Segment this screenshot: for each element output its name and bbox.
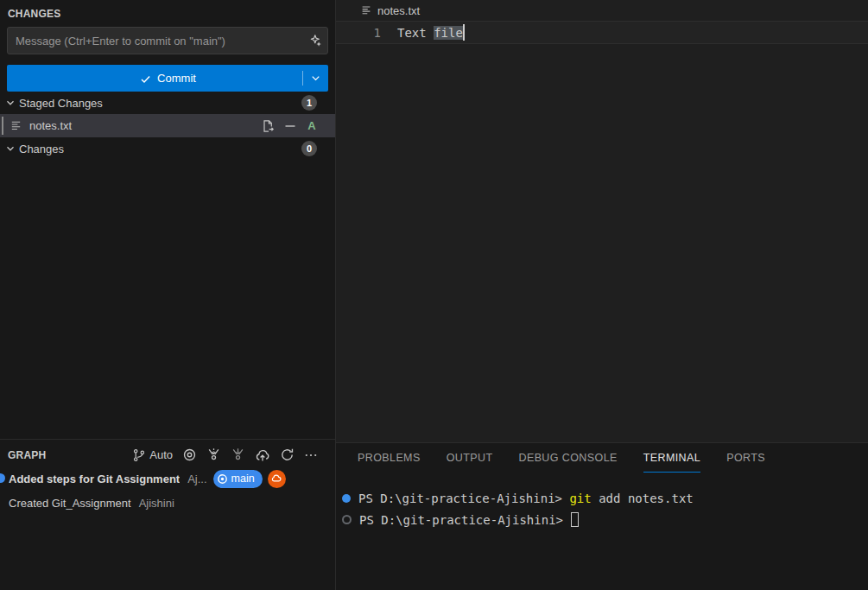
branch-ref-label: main [231,473,255,485]
staged-file-row[interactable]: notes.txt A [0,114,335,137]
source-control-sidebar: CHANGES Commit Staged C [0,0,336,590]
terminal-cursor [571,512,579,527]
line-number: 1 [336,26,397,40]
breadcrumb-file-name: notes.txt [377,4,420,17]
terminal-prompt: PS D:\git-practice-Ajishini> [359,513,570,527]
commit-dropdown-chevron-icon[interactable] [309,72,322,85]
terminal-command: git [569,492,591,505]
command-pending-icon[interactable] [342,515,352,524]
focus-indicator [2,117,3,135]
target-icon[interactable] [182,447,197,462]
staged-changes-label: Staged Changes [19,97,103,110]
chevron-down-icon [3,142,17,155]
check-icon [139,73,152,86]
unstage-changes-icon[interactable] [283,119,297,133]
terminal-line: PS D:\git-practice-Ajishini> [341,509,868,530]
branch-ref-badge[interactable]: main [213,470,263,488]
graph-header: GRAPH Auto [0,440,335,466]
git-status-added: A [306,119,318,132]
breadcrumb[interactable]: notes.txt [336,0,868,21]
staged-changes-section[interactable]: Staged Changes 1 [0,92,335,114]
outgoing-changes-badge[interactable] [268,470,286,488]
terminal-line: PS D:\git-practice-Ajishini> git add not… [341,487,868,509]
text-file-icon [10,119,22,132]
graph-toolbar: Auto [132,447,318,463]
commit-message: Added steps for Git Assignment [9,473,180,485]
git-branch-icon [132,448,146,462]
tab-problems[interactable]: PROBLEMS [358,443,421,473]
chevron-down-icon [3,96,17,110]
changes-view-title: CHANGES [0,0,335,26]
tab-terminal[interactable]: TERMINAL [643,443,700,473]
repository-picker-auto[interactable]: Auto [132,448,173,462]
terminal-prompt: PS D:\git-practice-Ajishini> [358,492,569,505]
commit-message-wrap [7,27,328,54]
commit-button-label: Commit [157,72,196,85]
tab-debug-console[interactable]: DEBUG CONSOLE [518,443,617,473]
panel-tab-bar: PROBLEMS OUTPUT DEBUG CONSOLE TERMINAL P… [336,443,868,473]
bottom-panel: PROBLEMS OUTPUT DEBUG CONSOLE TERMINAL P… [336,442,868,590]
commit-message-input[interactable] [7,27,328,54]
word-highlight: file [434,26,463,40]
code-text: Text file [397,24,465,41]
target-icon [216,473,229,485]
terminal-args: add notes.txt [592,492,694,505]
terminal-content[interactable]: PS D:\git-practice-Ajishini> git add not… [336,473,868,530]
text-file-icon [360,4,372,16]
auto-label: Auto [149,448,173,461]
command-success-icon[interactable] [342,494,351,503]
commit-graph-node [0,473,5,483]
commit-row[interactable]: Created Git_Assignment Ajishini [0,491,335,515]
open-file-icon[interactable] [261,119,275,133]
copilot-sparkle-icon[interactable] [308,34,322,48]
staged-count-badge: 1 [301,95,317,111]
cloud-icon [270,473,282,485]
graph-section: GRAPH Auto [0,439,335,590]
pull-icon[interactable] [231,447,245,462]
editor-area[interactable]: notes.txt 1 Text file [336,0,868,442]
changes-label: Changes [19,143,64,155]
commit-message: Created Git_Assignment [9,497,131,510]
editor-current-line[interactable]: 1 Text file [336,21,868,44]
changes-section[interactable]: Changes 0 [0,137,335,160]
commit-author: Ajishini [139,497,174,510]
commit-author: Aj... [187,473,206,485]
fetch-icon[interactable] [206,447,221,462]
refresh-icon[interactable] [280,447,295,462]
changes-count-badge: 0 [301,141,317,156]
tab-output[interactable]: OUTPUT [447,443,493,473]
push-cloud-icon[interactable] [255,447,270,463]
sidebar-empty-area [0,160,335,439]
more-actions-icon[interactable] [304,448,318,462]
graph-title: GRAPH [8,449,46,461]
editor-cursor [463,24,465,41]
commit-button[interactable]: Commit [7,65,328,92]
commit-row[interactable]: Added steps for Git Assignment Aj... mai… [0,466,335,491]
main-area: notes.txt 1 Text file PROBLEMS OUTPUT DE… [336,0,868,590]
file-actions: A [261,119,318,133]
tab-ports[interactable]: PORTS [726,443,765,473]
button-separator [302,71,303,86]
staged-file-name: notes.txt [29,119,72,132]
